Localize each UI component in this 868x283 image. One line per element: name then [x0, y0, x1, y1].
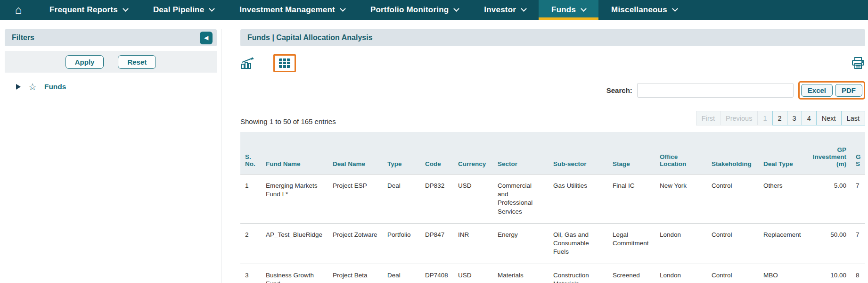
table-cell: Materials: [493, 264, 549, 283]
home-button[interactable]: ⌂: [0, 0, 37, 20]
column-header-fund-name[interactable]: Fund Name: [261, 132, 328, 175]
table-cell: 3: [240, 264, 261, 283]
table-row: 1Emerging Markets Fund I *Project ESPDea…: [240, 175, 865, 224]
table-cell: Construction Materials: [549, 264, 608, 283]
search-row: Search: Excel PDF: [240, 81, 865, 100]
column-header-s-no[interactable]: S. No.: [240, 132, 261, 175]
nav-item-deal-pipeline[interactable]: Deal Pipeline: [140, 0, 227, 20]
apply-button[interactable]: Apply: [66, 55, 104, 69]
column-header-code[interactable]: Code: [420, 132, 453, 175]
column-header-sector[interactable]: Sector: [493, 132, 549, 175]
table-cell: Commercial and Professional Services: [493, 175, 549, 224]
page-button-3[interactable]: 3: [787, 111, 802, 125]
table-cell: 1: [240, 175, 261, 224]
table-cell: London: [655, 264, 707, 283]
page-button-4[interactable]: 4: [802, 111, 817, 125]
column-header-gp-investment-m[interactable]: GP Investment (m): [806, 132, 851, 175]
export-button-group: Excel PDF: [798, 81, 865, 100]
column-header-type[interactable]: Type: [383, 132, 420, 175]
fund-name-link[interactable]: Business Growth Fund: [261, 264, 328, 283]
column-header-sub-sector[interactable]: Sub-sector: [549, 132, 608, 175]
fund-name-link[interactable]: Emerging Markets Fund I *: [261, 175, 328, 224]
chevron-down-icon: [672, 6, 678, 12]
chevron-down-icon: [123, 6, 129, 12]
column-header-stakeholding[interactable]: Stakeholding: [707, 132, 759, 175]
print-icon[interactable]: [851, 57, 865, 70]
page-content: Filters ◀ Apply Reset ☆ Funds Funds | Ca…: [0, 20, 868, 283]
nav-item-label: Portfolio Monitoring: [370, 5, 449, 15]
table-cell: Others: [759, 175, 806, 224]
table-cell: Deal: [383, 264, 420, 283]
fund-name-link[interactable]: AP_Test_BlueRidge: [261, 223, 328, 264]
search-input[interactable]: [637, 83, 794, 98]
table-cell: Legal Commitment: [608, 223, 655, 264]
expand-arrow-icon[interactable]: [16, 84, 21, 90]
table-cell: Energy: [493, 223, 549, 264]
table-cell: Control: [707, 223, 759, 264]
excel-button[interactable]: Excel: [801, 84, 833, 97]
pagination: FirstPrevious1234NextLast: [696, 111, 865, 125]
search-label: Search:: [606, 86, 632, 94]
chevron-down-icon: [581, 6, 587, 12]
table-cell: USD: [453, 175, 493, 224]
table-info-row: Showing 1 to 50 of 165 entries FirstPrev…: [240, 111, 865, 125]
column-header-currency[interactable]: Currency: [453, 132, 493, 175]
filter-actions-bar: Apply Reset: [5, 51, 217, 73]
table-cell: Control: [707, 175, 759, 224]
table-cell: 10.00: [806, 264, 851, 283]
table-cell: DP7408: [420, 264, 453, 283]
pdf-button[interactable]: PDF: [835, 84, 862, 97]
chevron-down-icon: [209, 6, 215, 12]
page-button-2[interactable]: 2: [772, 111, 787, 125]
top-navbar: ⌂ Frequent ReportsDeal PipelineInvestmen…: [0, 0, 868, 20]
chevron-left-icon: ◀: [204, 34, 208, 41]
table-cell: Project ESP: [328, 175, 383, 224]
table-cell: 50.00: [806, 223, 851, 264]
bar-chart-icon[interactable]: [240, 57, 255, 70]
table-row: 2AP_Test_BlueRidgeProject ZotwarePortfol…: [240, 223, 865, 264]
page-button-previous[interactable]: Previous: [720, 111, 758, 125]
table-cell: 2: [240, 223, 261, 264]
table-cell: Gas Utilities: [549, 175, 608, 224]
table-cell: Portfolio: [383, 223, 420, 264]
table-cell: 8: [851, 264, 865, 283]
collapse-sidebar-button[interactable]: ◀: [200, 32, 213, 44]
tree-item-label[interactable]: Funds: [44, 83, 66, 91]
chevron-down-icon: [340, 6, 346, 12]
table-cell: New York: [655, 175, 707, 224]
table-cell: DP832: [420, 175, 453, 224]
column-header-office-location[interactable]: Office Location: [655, 132, 707, 175]
table-row: 3Business Growth FundProject BetaDealDP7…: [240, 264, 865, 283]
nav-item-funds[interactable]: Funds: [539, 0, 598, 20]
page-button-first[interactable]: First: [696, 111, 721, 125]
nav-item-investor[interactable]: Investor: [471, 0, 539, 20]
table-cell: London: [655, 223, 707, 264]
nav-items: Frequent ReportsDeal PipelineInvestment …: [37, 0, 690, 20]
tree-item-funds[interactable]: ☆ Funds: [5, 73, 217, 92]
column-header-deal-name[interactable]: Deal Name: [328, 132, 383, 175]
page-button-next[interactable]: Next: [816, 111, 842, 125]
table-cell: Control: [707, 264, 759, 283]
table-cell: Project Zotware: [328, 223, 383, 264]
nav-item-label: Investor: [484, 5, 516, 15]
table-cell: Oil, Gas and Consumable Fuels: [549, 223, 608, 264]
table-cell: Deal: [383, 175, 420, 224]
star-icon[interactable]: ☆: [28, 82, 37, 92]
nav-item-frequent-reports[interactable]: Frequent Reports: [37, 0, 140, 20]
showing-entries-text: Showing 1 to 50 of 165 entries: [240, 117, 336, 125]
page-button-1[interactable]: 1: [757, 111, 772, 125]
table-grid-icon[interactable]: [273, 54, 296, 72]
nav-item-label: Funds: [551, 5, 576, 15]
nav-item-miscellaneous[interactable]: Miscellaneous: [598, 0, 690, 20]
table-cell: Screened: [608, 264, 655, 283]
page-button-last[interactable]: Last: [841, 111, 865, 125]
column-header-g-s[interactable]: G S: [851, 132, 865, 175]
reset-button[interactable]: Reset: [118, 55, 156, 69]
nav-item-label: Frequent Reports: [49, 5, 118, 15]
filters-title: Filters: [12, 33, 34, 42]
column-header-stage[interactable]: Stage: [608, 132, 655, 175]
column-header-deal-type[interactable]: Deal Type: [759, 132, 806, 175]
nav-item-portfolio-monitoring[interactable]: Portfolio Monitoring: [358, 0, 471, 20]
nav-item-investment-management[interactable]: Investment Management: [227, 0, 358, 20]
page-title: Funds | Capital Allocation Analysis: [247, 33, 373, 42]
